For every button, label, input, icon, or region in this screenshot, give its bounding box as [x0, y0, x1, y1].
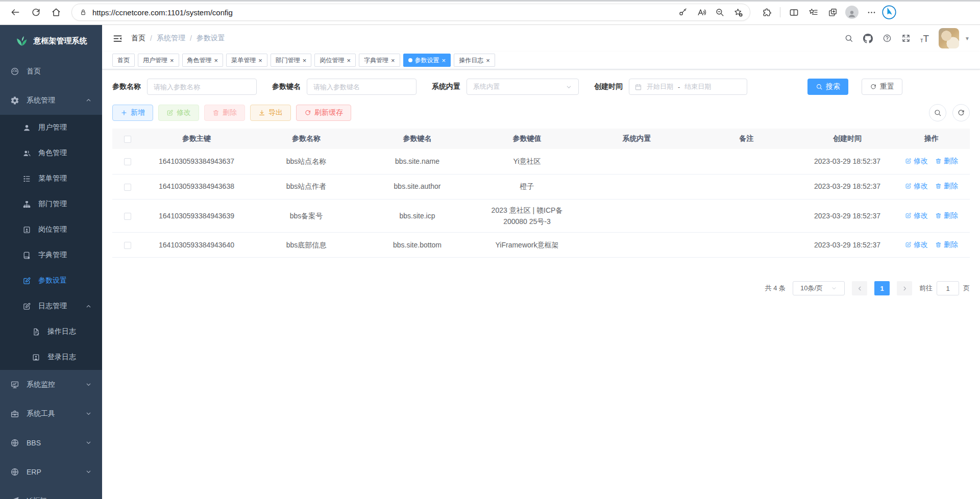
date-range-picker[interactable]: 开始日期 - 结束日期: [629, 79, 747, 95]
breadcrumb-home[interactable]: 首页: [131, 34, 145, 43]
sidebar-item-home[interactable]: 首页: [0, 57, 102, 86]
plus-icon: [120, 109, 128, 116]
sidebar-item-operation-log[interactable]: 操作日志: [0, 319, 102, 344]
sidebar-item-system-tools[interactable]: 系统工具: [0, 399, 102, 428]
goto-page-input[interactable]: [937, 281, 959, 295]
zoom-out-icon[interactable]: [712, 5, 727, 19]
github-icon[interactable]: [863, 34, 873, 43]
tab-dict-mgmt[interactable]: 字典管理×: [359, 54, 400, 67]
export-button[interactable]: 导出: [250, 105, 291, 121]
search-button[interactable]: 搜索: [807, 79, 848, 95]
start-date-placeholder[interactable]: 开始日期: [647, 82, 673, 91]
refresh-icon: [870, 83, 877, 90]
refresh-table-button[interactable]: [952, 104, 970, 121]
more-menu-icon[interactable]: [862, 4, 880, 21]
close-icon[interactable]: ×: [170, 57, 174, 64]
row-checkbox[interactable]: [124, 184, 131, 191]
param-key-input[interactable]: [307, 79, 416, 95]
sidebar-item-erp[interactable]: ERP: [0, 457, 102, 486]
font-size-icon[interactable]: тT: [920, 34, 929, 43]
breadcrumb-system-mgmt[interactable]: 系统管理: [157, 34, 185, 43]
close-icon[interactable]: ×: [347, 57, 351, 64]
sidebar-item-system-mgmt[interactable]: 系统管理: [0, 86, 102, 115]
monitor-icon: [10, 380, 19, 389]
show-search-toggle-button[interactable]: [929, 104, 946, 121]
sidebar-item-log-mgmt[interactable]: 日志管理: [0, 293, 102, 319]
password-key-icon[interactable]: [675, 5, 691, 19]
sidebar-item-dict-mgmt[interactable]: 字典管理: [0, 242, 102, 268]
sidebar-item-param-settings[interactable]: 参数设置: [0, 268, 102, 293]
tab-param-settings[interactable]: 参数设置×: [403, 54, 451, 67]
row-edit-link[interactable]: 修改: [905, 155, 928, 166]
close-icon[interactable]: ×: [214, 57, 218, 64]
tab-home[interactable]: 首页: [112, 54, 135, 67]
page-size-select[interactable]: 10条/页: [793, 281, 845, 295]
tab-role-mgmt[interactable]: 角色管理×: [182, 54, 224, 67]
extensions-icon[interactable]: [757, 4, 776, 21]
split-screen-icon[interactable]: [785, 4, 803, 21]
url-text[interactable]: https://ccnetcore.com:1101/system/config: [92, 8, 670, 17]
read-aloud-icon[interactable]: [694, 5, 709, 19]
select-all-checkbox[interactable]: [124, 136, 131, 143]
row-edit-link[interactable]: 修改: [905, 180, 928, 191]
sidebar-item-role-mgmt[interactable]: 角色管理: [0, 140, 102, 166]
page-number-button[interactable]: 1: [874, 281, 890, 295]
tab-dept-mgmt[interactable]: 部门管理×: [271, 54, 312, 67]
sidebar-item-yi-framework[interactable]: Yi框架: [0, 486, 102, 499]
param-name-input[interactable]: [147, 79, 257, 95]
end-date-placeholder[interactable]: 结束日期: [684, 82, 711, 91]
row-delete-link[interactable]: 删除: [935, 180, 958, 191]
row-checkbox[interactable]: [124, 242, 131, 249]
delete-button[interactable]: 删除: [204, 105, 245, 121]
search-icon[interactable]: [844, 34, 853, 43]
caret-down-icon[interactable]: ▼: [965, 36, 970, 41]
add-favorite-icon[interactable]: [730, 5, 746, 19]
builtin-select[interactable]: 系统内置: [467, 79, 579, 95]
address-bar[interactable]: https://ccnetcore.com:1101/system/config: [71, 4, 750, 21]
sidebar-item-menu-mgmt[interactable]: 菜单管理: [0, 166, 102, 191]
fullscreen-icon[interactable]: [901, 34, 911, 43]
collections-icon[interactable]: [823, 4, 842, 21]
tab-post-mgmt[interactable]: 岗位管理×: [314, 54, 356, 67]
sidebar-item-bbs[interactable]: BBS: [0, 428, 102, 457]
close-icon[interactable]: ×: [391, 57, 395, 64]
filter-builtin: 系统内置 系统内置: [432, 79, 579, 95]
tab-operation-log[interactable]: 操作日志×: [454, 54, 495, 67]
sidebar-item-dept-mgmt[interactable]: 部门管理: [0, 191, 102, 217]
sidebar-item-post-mgmt[interactable]: 岗位管理: [0, 217, 102, 242]
tab-user-mgmt[interactable]: 用户管理×: [138, 54, 179, 67]
prev-page-button[interactable]: [852, 281, 867, 295]
close-icon[interactable]: ×: [258, 57, 262, 64]
next-page-button[interactable]: [897, 281, 912, 295]
bing-chat-icon[interactable]: [881, 5, 897, 20]
back-icon[interactable]: [6, 4, 24, 21]
browser-profile-icon[interactable]: [843, 4, 861, 21]
collapse-sidebar-icon[interactable]: [112, 33, 123, 44]
close-icon[interactable]: ×: [486, 57, 490, 64]
edit-button[interactable]: 修改: [158, 105, 199, 121]
app-logo[interactable]: 意框架管理系统: [0, 25, 102, 57]
row-checkbox[interactable]: [124, 213, 131, 220]
row-delete-link[interactable]: 删除: [935, 210, 958, 221]
avatar[interactable]: [939, 28, 959, 48]
row-delete-link[interactable]: 删除: [935, 239, 958, 250]
sidebar-item-login-log[interactable]: 登录日志: [0, 344, 102, 370]
help-icon[interactable]: [883, 34, 892, 43]
filter-param-name: 参数名称: [112, 79, 257, 95]
cell-param-id: 1641030593384943638: [143, 174, 250, 199]
favorites-icon[interactable]: [804, 4, 822, 21]
reset-button[interactable]: 重置: [862, 79, 902, 95]
close-icon[interactable]: ×: [442, 57, 446, 64]
close-icon[interactable]: ×: [303, 57, 307, 64]
tab-menu-mgmt[interactable]: 菜单管理×: [226, 54, 267, 67]
sidebar-item-system-monitor[interactable]: 系统监控: [0, 370, 102, 399]
home-icon[interactable]: [47, 4, 65, 21]
refresh-cache-button[interactable]: 刷新缓存: [296, 105, 351, 121]
sidebar-item-user-mgmt[interactable]: 用户管理: [0, 115, 102, 140]
row-edit-link[interactable]: 修改: [905, 239, 928, 250]
add-button[interactable]: 新增: [112, 105, 153, 121]
row-delete-link[interactable]: 删除: [935, 155, 958, 166]
row-checkbox[interactable]: [124, 158, 131, 165]
reload-icon[interactable]: [27, 4, 45, 21]
row-edit-link[interactable]: 修改: [905, 210, 928, 221]
